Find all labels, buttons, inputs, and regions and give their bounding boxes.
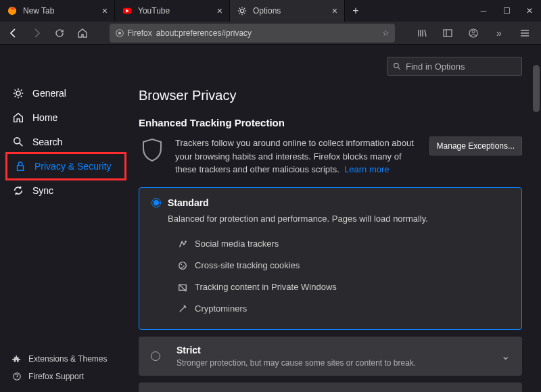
content-area: General Home Search Privacy & Security S… — [0, 45, 541, 392]
standard-title: Standard — [168, 197, 209, 208]
cookie-icon — [177, 260, 188, 271]
section-title: Enhanced Tracking Protection — [139, 117, 522, 128]
sidebar-item-privacy-security[interactable]: Privacy & Security — [5, 152, 126, 180]
sync-icon — [12, 185, 24, 197]
tab-new-tab[interactable]: New Tab × — [0, 0, 115, 22]
youtube-icon — [122, 5, 133, 16]
standard-subtitle: Balanced for protection and performance.… — [168, 214, 509, 224]
svg-point-2 — [240, 9, 243, 12]
maximize-button[interactable]: ☐ — [495, 0, 518, 22]
svg-point-19 — [183, 266, 185, 267]
sidebar-item-label: Privacy & Security — [34, 161, 112, 172]
shield-icon — [139, 137, 166, 164]
home-button[interactable] — [73, 24, 92, 43]
forward-button[interactable] — [27, 24, 46, 43]
search-icon — [393, 62, 402, 71]
etp-strict-panel[interactable]: Strict Stronger protection, but may caus… — [139, 337, 522, 376]
sidebar-item-label: Search — [32, 137, 62, 147]
scrollbar[interactable] — [532, 45, 541, 392]
tabs: New Tab × YouTube × Options × + — [0, 0, 472, 22]
scrollbar-thumb[interactable] — [533, 65, 540, 112]
radio-standard[interactable] — [151, 198, 161, 207]
lock-icon — [14, 160, 26, 172]
identity-box[interactable]: Firefox — [115, 28, 152, 38]
toolbar-icons: » — [413, 24, 537, 43]
tab-youtube[interactable]: YouTube × — [115, 0, 230, 22]
tracking-content-icon — [177, 282, 188, 293]
strict-subtitle: Stronger protection, but may cause some … — [177, 358, 501, 368]
search-placeholder: Find in Options — [406, 62, 465, 72]
sidebar-footer-label: Extensions & Themes — [28, 354, 108, 364]
svg-point-8 — [472, 30, 475, 33]
reload-button[interactable] — [50, 24, 69, 43]
learn-more-link[interactable]: Learn more — [344, 164, 389, 174]
tracker-item: Tracking content in Private Windows — [177, 276, 509, 298]
page-title: Browser Privacy — [139, 88, 522, 103]
strict-title: Strict — [177, 345, 501, 356]
svg-line-15 — [398, 67, 400, 69]
puzzle-icon — [12, 354, 22, 364]
help-icon — [12, 372, 22, 381]
tab-label: New Tab — [23, 6, 54, 16]
account-icon[interactable] — [464, 24, 483, 43]
sidebar-toggle-icon[interactable] — [438, 24, 457, 43]
etp-standard-panel[interactable]: Standard Balanced for protection and per… — [139, 187, 522, 330]
bookmark-star-icon[interactable]: ☆ — [382, 28, 390, 38]
sidebar-item-label: General — [32, 88, 66, 99]
identity-label: Firefox — [127, 28, 152, 38]
tab-label: YouTube — [138, 6, 170, 16]
close-icon[interactable]: × — [332, 5, 337, 16]
sidebar-footer-label: Firefox Support — [28, 372, 84, 381]
close-icon[interactable]: × — [217, 5, 222, 16]
svg-line-11 — [20, 143, 23, 147]
library-icon[interactable] — [413, 24, 431, 43]
address-bar[interactable]: Firefox about:preferences#privacy ☆ — [110, 24, 395, 43]
new-tab-button[interactable]: + — [345, 0, 367, 22]
close-window-button[interactable]: ✕ — [518, 0, 541, 22]
home-icon — [12, 112, 24, 124]
svg-point-14 — [394, 63, 399, 68]
etp-custom-panel[interactable]: Custom ⌄ — [139, 383, 522, 393]
overflow-icon[interactable]: » — [490, 24, 509, 43]
search-icon — [12, 136, 24, 148]
tab-strip: New Tab × YouTube × Options × + ─ ☐ ✕ — [0, 0, 541, 22]
sidebar-item-sync[interactable]: Sync — [0, 178, 132, 203]
svg-point-17 — [179, 262, 187, 269]
window-controls: ─ ☐ ✕ — [472, 0, 541, 22]
sidebar-extensions-themes[interactable]: Extensions & Themes — [0, 350, 132, 368]
sidebar-footer: Extensions & Themes Firefox Support — [0, 350, 132, 385]
chevron-down-icon[interactable]: ⌄ — [501, 349, 510, 362]
svg-point-18 — [181, 264, 182, 265]
tab-options[interactable]: Options × — [230, 0, 345, 22]
close-icon[interactable]: × — [102, 5, 108, 16]
svg-rect-5 — [444, 30, 452, 36]
preferences-main: Find in Options Browser Privacy Enhanced… — [132, 45, 541, 392]
nav-toolbar: Firefox about:preferences#privacy ☆ » — [0, 22, 541, 45]
sidebar-item-label: Sync — [32, 185, 53, 196]
svg-point-10 — [14, 138, 20, 144]
tracker-item: Social media trackers — [177, 233, 509, 255]
back-button[interactable] — [4, 24, 23, 43]
cryptominer-icon — [177, 303, 188, 314]
svg-point-16 — [185, 241, 187, 243]
firefox-logo-icon — [115, 28, 124, 38]
manage-exceptions-button[interactable]: Manage Exceptions... — [429, 137, 522, 155]
standard-header[interactable]: Standard — [151, 197, 509, 208]
minimize-button[interactable]: ─ — [472, 0, 495, 22]
sidebar-item-search[interactable]: Search — [0, 130, 132, 154]
tracker-item: Cross-site tracking cookies — [177, 255, 509, 276]
radio-strict[interactable] — [151, 351, 160, 361]
etp-intro: Trackers follow you around online to col… — [139, 137, 522, 176]
sidebar-item-general[interactable]: General — [0, 81, 132, 105]
svg-point-4 — [118, 31, 121, 34]
social-trackers-icon — [177, 239, 188, 249]
tab-label: Options — [253, 6, 281, 16]
svg-point-9 — [16, 91, 20, 95]
menu-icon[interactable] — [515, 24, 534, 43]
sidebar-firefox-support[interactable]: Firefox Support — [0, 368, 132, 385]
svg-rect-12 — [18, 166, 24, 170]
tracker-list: Social media trackers Cross-site trackin… — [177, 233, 509, 320]
sidebar-item-home[interactable]: Home — [0, 105, 132, 130]
find-in-options-input[interactable]: Find in Options — [387, 57, 522, 76]
svg-point-20 — [181, 266, 183, 268]
